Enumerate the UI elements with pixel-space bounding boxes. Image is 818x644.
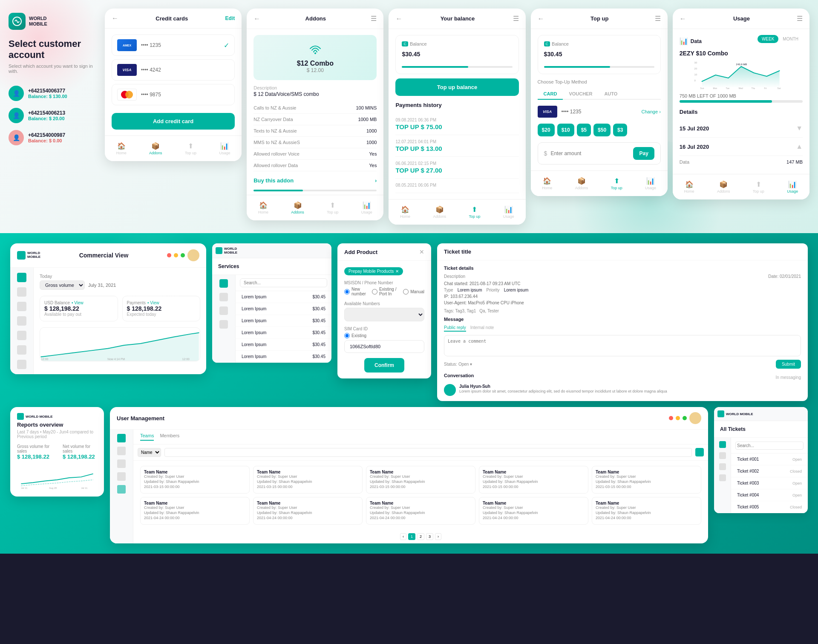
radio-new-number[interactable]: New number: [344, 287, 366, 296]
sim-id-input[interactable]: [344, 340, 424, 353]
addons-menu-icon[interactable]: ☰: [371, 14, 377, 23]
radio-sim-existing[interactable]: Existing: [344, 333, 366, 338]
user-card-8[interactable]: Team Name Created by: Super User Updated…: [366, 497, 475, 525]
sidebar-dashboard-icon[interactable]: [17, 273, 26, 282]
card-amex[interactable]: AMEX •••• 1235 ✓: [112, 35, 235, 56]
topup-menu-icon[interactable]: ☰: [655, 14, 661, 23]
ticket-list-4[interactable]: Ticket #004 Open: [731, 489, 808, 501]
um-close-dot[interactable]: [669, 416, 673, 420]
user-card-7[interactable]: Team Name Created by: Super User Updated…: [253, 497, 363, 525]
page-2-button[interactable]: 2: [417, 533, 424, 540]
service-list-item-5[interactable]: Lorem Ipsum $30.45: [236, 339, 331, 351]
back-button-3[interactable]: ←: [395, 15, 402, 23]
service-list-item-2[interactable]: Lorem Ipsum $30.45: [236, 303, 331, 315]
close-dot[interactable]: [167, 253, 171, 257]
ticket-list-3[interactable]: Ticket #003 Open: [731, 477, 808, 489]
tab-month[interactable]: MONTH: [778, 35, 803, 43]
tkt-dash-icon[interactable]: [719, 441, 726, 448]
user-card-9[interactable]: Team Name Created by: Super User Updated…: [479, 497, 588, 525]
add-team-button[interactable]: [695, 448, 704, 456]
sidebar-customers-icon[interactable]: [17, 287, 26, 297]
service-list-item-3[interactable]: Lorem Ipsum $30.45: [236, 315, 331, 327]
user-card-2[interactable]: Team Name Created by: Super User Updated…: [253, 466, 363, 494]
sidebar-tickets-icon[interactable]: [17, 316, 26, 326]
view-link-1[interactable]: • View: [72, 300, 84, 305]
comment-textarea[interactable]: [444, 335, 801, 356]
amount-5-button[interactable]: $5: [577, 124, 591, 136]
radio-existing-input[interactable]: [372, 289, 377, 295]
sidebar-number-parking-icon[interactable]: [17, 345, 26, 355]
nav-home-2[interactable]: 🏠 Home: [255, 199, 272, 216]
tkt-services-icon[interactable]: [719, 463, 726, 470]
user-card-6[interactable]: Team Name Created by: Super User Updated…: [140, 497, 250, 525]
radio-new-number-input[interactable]: [344, 289, 350, 295]
page-1-button[interactable]: 1: [408, 533, 415, 540]
back-button-2[interactable]: ←: [253, 15, 260, 23]
amount-50-button[interactable]: $50: [593, 124, 611, 136]
user-card-10[interactable]: Team Name Created by: Super User Updated…: [592, 497, 701, 525]
card-mastercard[interactable]: •••• 9875: [112, 84, 235, 105]
minimize-dot[interactable]: [174, 253, 178, 257]
back-button-5[interactable]: ←: [680, 15, 686, 23]
ticket-list-2[interactable]: Ticket #002 Closed: [731, 465, 808, 477]
balance-menu-icon[interactable]: ☰: [513, 14, 519, 23]
nav-home-5[interactable]: 🏠 Home: [681, 179, 698, 195]
nav-addons-3[interactable]: 📦 Addons: [430, 204, 450, 220]
um-customers-icon[interactable]: [117, 447, 126, 455]
svc-customers-icon[interactable]: [219, 293, 228, 301]
detail-16-jul[interactable]: 16 Jul 2020 ▲: [680, 138, 803, 156]
user-card-1[interactable]: Team Name Created by: Super User Updated…: [140, 466, 250, 494]
radio-manual-input[interactable]: [403, 289, 409, 295]
team-search-input[interactable]: [164, 448, 692, 457]
account-item-1[interactable]: 👤 +642154006377 Balance: $ 130.00: [9, 82, 98, 104]
nav-topup-3[interactable]: ⬆ Top up: [465, 204, 484, 220]
nav-topup-5[interactable]: ⬆ Top up: [749, 179, 768, 195]
service-list-item-1[interactable]: Lorem Ipsum $30.45: [236, 291, 331, 303]
edit-button[interactable]: Edit: [225, 15, 235, 21]
confirm-button[interactable]: Confirm: [364, 358, 404, 373]
maximize-dot[interactable]: [181, 253, 185, 257]
account-item-3[interactable]: 👤 +642154000987 Balance: $ 0.00: [9, 127, 98, 149]
svc-dash-icon[interactable]: [219, 279, 228, 288]
um-services-icon[interactable]: [117, 459, 126, 468]
tab-card[interactable]: CARD: [538, 89, 563, 100]
sidebar-admin-icon[interactable]: [17, 360, 26, 369]
back-button-1[interactable]: ←: [112, 14, 118, 22]
ticket-list-1[interactable]: Ticket #001 Open: [731, 453, 808, 465]
nav-usage-4[interactable]: 📊 Usage: [642, 175, 660, 192]
tab-auto[interactable]: AUTO: [598, 89, 623, 100]
tkt-customers-icon[interactable]: [719, 452, 726, 459]
submit-button[interactable]: Submit: [776, 360, 801, 369]
top-up-balance-button[interactable]: Top up balance: [395, 78, 518, 96]
amount-20-button[interactable]: $20: [538, 124, 555, 136]
view-link-2[interactable]: • View: [147, 300, 159, 305]
user-card-3[interactable]: Team Name Created by: Super User Updated…: [366, 466, 475, 494]
tab-week[interactable]: WEEK: [758, 35, 778, 43]
modal-close-button[interactable]: ✕: [419, 248, 424, 255]
badge-close-icon[interactable]: ✕: [395, 269, 399, 274]
back-button-4[interactable]: ←: [538, 15, 544, 23]
um-minimize-dot[interactable]: [676, 416, 680, 420]
detail-15-jul[interactable]: 15 Jul 2020 ▼: [680, 119, 803, 138]
nav-usage-1[interactable]: 📊 Usage: [216, 140, 233, 157]
pay-button[interactable]: Pay: [633, 147, 654, 160]
public-reply-tab[interactable]: Public reply: [444, 325, 466, 332]
user-card-4[interactable]: Team Name Created by: Super User Updated…: [479, 466, 588, 494]
radio-manual[interactable]: Manual: [403, 287, 424, 296]
page-3-button[interactable]: 3: [426, 533, 433, 540]
um-admin-icon[interactable]: [117, 485, 126, 494]
services-search[interactable]: [240, 278, 327, 287]
prev-page-button[interactable]: ‹: [400, 533, 406, 540]
nav-addons-5[interactable]: 📦 Addons: [714, 179, 734, 195]
um-maximize-dot[interactable]: [683, 416, 687, 420]
ticket-list-5[interactable]: Ticket #005 Closed: [731, 501, 808, 513]
card-visa[interactable]: VISA •••• 4242: [112, 59, 235, 81]
sidebar-services-icon[interactable]: [17, 302, 26, 311]
tab-members[interactable]: Members: [160, 433, 179, 441]
nav-topup-4[interactable]: ⬆ Top up: [608, 175, 626, 192]
date-range-select[interactable]: Gross volume: [40, 280, 85, 290]
sidebar-resellers-icon[interactable]: [17, 331, 26, 340]
team-name-select[interactable]: Name: [138, 448, 161, 457]
enter-amount-input[interactable]: [550, 150, 630, 156]
tickets-search-input[interactable]: [735, 442, 804, 450]
